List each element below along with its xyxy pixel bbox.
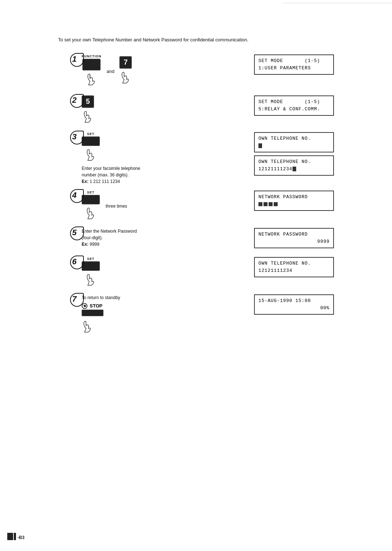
lcd-3b-line1: OWN TELEPHONE NO. (258, 158, 330, 166)
dashed-top-line (283, 3, 392, 3)
lcd-3b-line2: 12121111234 (258, 166, 330, 173)
step-5-display: NETWORK PASSWORD 9999 (254, 228, 334, 248)
set-btn-4[interactable] (82, 195, 100, 204)
lcd-7-line2: 00% (258, 305, 330, 312)
function-label: FUNCTION (82, 54, 102, 58)
step-7-action: To return to standby ◉ STOP (78, 294, 254, 335)
lcd-box-3a: OWN TELEPHONE NO. (254, 132, 334, 152)
set-label-6: SET (87, 257, 95, 261)
step-3-row: 3 SET Enter your facsimile telephone num… (58, 129, 334, 185)
pwd-block-4 (274, 202, 278, 206)
pwd-blocks (258, 202, 278, 206)
and-text: and (107, 69, 115, 74)
step-num-6: 6 (72, 257, 77, 266)
step-num-1: 1 (72, 54, 77, 64)
set-btn-3[interactable] (82, 136, 100, 146)
hand-icon-4 (85, 205, 97, 222)
hand-icon-7 (82, 318, 93, 335)
hand-icon-3 (85, 147, 97, 164)
set-btn-group-3: SET (82, 132, 100, 164)
step-3-displays: OWN TELEPHONE NO. OWN TELEPHONE NO. 1212… (254, 132, 334, 176)
step-5-desc: Enter the Network Password (four-digit).… (82, 228, 137, 248)
step-3-action: SET Enter your facsimile telephone numbe… (78, 132, 254, 185)
lcd-2-line2: 5:RELAY & CONF.COMM. (258, 106, 330, 113)
step-5-action: Enter the Network Password (four-digit).… (78, 228, 254, 248)
page-footer: -B3 (7, 533, 24, 540)
hand-icon-6 (85, 272, 97, 289)
lcd-box-4: NETWORK PASSWORD (254, 191, 334, 211)
lcd-4-line2 (258, 201, 330, 208)
step-4-row: 4 SET three times (58, 188, 334, 222)
stop-text: STOP (90, 303, 102, 309)
intro-text: To set your own Telephone Number and Net… (58, 36, 334, 44)
lcd-1-line2: 1:USER PARAMETERS (258, 65, 330, 72)
step-4-display: NETWORK PASSWORD (254, 191, 334, 211)
lcd-box-3b: OWN TELEPHONE NO. 12121111234 (254, 155, 334, 176)
step-7-display: 15‑AUG‑1990 15:00 00% (254, 294, 334, 315)
step-5-number: 5 (58, 228, 78, 237)
lcd-2-line1: SET MODE (1‑5) (258, 98, 330, 106)
step-6-display: OWN TELEPHONE NO. 12121111234 (254, 257, 334, 277)
lcd-1-line1: SET MODE (1‑5) (258, 57, 330, 65)
lcd-3a-line2 (258, 142, 330, 150)
set-btn-6[interactable] (82, 261, 100, 271)
set-label-4: SET (87, 191, 95, 194)
lcd-5-line2: 9999 (258, 238, 330, 245)
step-3-number: 3 (58, 132, 78, 142)
lcd-box-7: 15‑AUG‑1990 15:00 00% (254, 294, 334, 315)
lcd-box-2: SET MODE (1‑5) 5:RELAY & CONF.COMM. (254, 95, 334, 116)
step-4-action: SET three times (78, 191, 254, 222)
step-6-action: SET (78, 257, 254, 289)
step-1-display: SET MODE (1‑5) 1:USER PARAMETERS (254, 54, 334, 75)
stop-group: ◉ STOP (82, 303, 103, 316)
footer-num: -B3 (17, 535, 24, 540)
pwd-block-1 (258, 202, 262, 206)
hand-icon-2 (82, 109, 94, 126)
step-3-desc: Enter your facsimile telephone number (m… (82, 165, 140, 185)
stop-btn[interactable] (82, 310, 103, 316)
lcd-box-5: NETWORK PASSWORD 9999 (254, 228, 334, 248)
page-content: To set your own Telephone Number and Net… (58, 36, 334, 335)
lcd-7-line1: 15‑AUG‑1990 15:00 (258, 297, 330, 305)
lcd-6-line2: 12121111234 (258, 267, 330, 274)
key-7-btn[interactable]: 7 (119, 56, 132, 69)
step-2-row: 2 5 SET MODE (1‑5) 5:RELAY & CONF.COMM. (58, 92, 334, 126)
step-num-5: 5 (72, 228, 77, 237)
step-num-4: 4 (72, 191, 77, 200)
pwd-block-2 (264, 202, 268, 206)
step-6-number: 6 (58, 257, 78, 266)
step-6-row: 6 SET OWN TELEPHONE NO. 12121111234 (58, 255, 334, 289)
step-7-number: 7 (58, 294, 78, 304)
step-1-number: 1 (58, 54, 78, 64)
step-2-number: 2 (58, 95, 78, 105)
set-btn-group-4: SET (82, 191, 100, 222)
step-num-7: 7 (72, 294, 77, 304)
hand-icon-1 (86, 71, 97, 88)
step-1-action: FUNCTION and 7 (78, 54, 254, 88)
footer-block-2 (14, 533, 16, 540)
lcd-box-1: SET MODE (1‑5) 1:USER PARAMETERS (254, 54, 334, 75)
lcd-4-line1: NETWORK PASSWORD (258, 193, 330, 201)
set-label-3: SET (87, 132, 95, 136)
footer-block-1 (7, 533, 13, 540)
pwd-block-3 (269, 202, 273, 206)
cursor-2 (293, 167, 296, 171)
step-7-desc: To return to standby (82, 294, 120, 301)
step-2-action: 5 (78, 95, 254, 126)
step-num-2: 2 (72, 95, 77, 105)
steps-container: 1 FUNCTION (58, 52, 334, 335)
function-btn[interactable] (82, 59, 101, 70)
step-num-3: 3 (72, 132, 77, 142)
set-btn-group-6: SET (82, 257, 100, 289)
lcd-6-line1: OWN TELEPHONE NO. (258, 260, 330, 267)
lcd-5-line1: NETWORK PASSWORD (258, 231, 330, 238)
step-4-number: 4 (58, 191, 78, 200)
three-times-text: three times (106, 204, 127, 209)
lcd-3a-line1: OWN TELEPHONE NO. (258, 135, 330, 142)
lcd-box-6: OWN TELEPHONE NO. 12121111234 (254, 257, 334, 277)
cursor-1 (258, 143, 262, 148)
step-5-row: 5 Enter the Network Password (four-digit… (58, 226, 334, 251)
step-1-row: 1 FUNCTION (58, 52, 334, 88)
footer-blocks (7, 533, 16, 540)
stop-label-row: ◉ STOP (82, 303, 102, 309)
